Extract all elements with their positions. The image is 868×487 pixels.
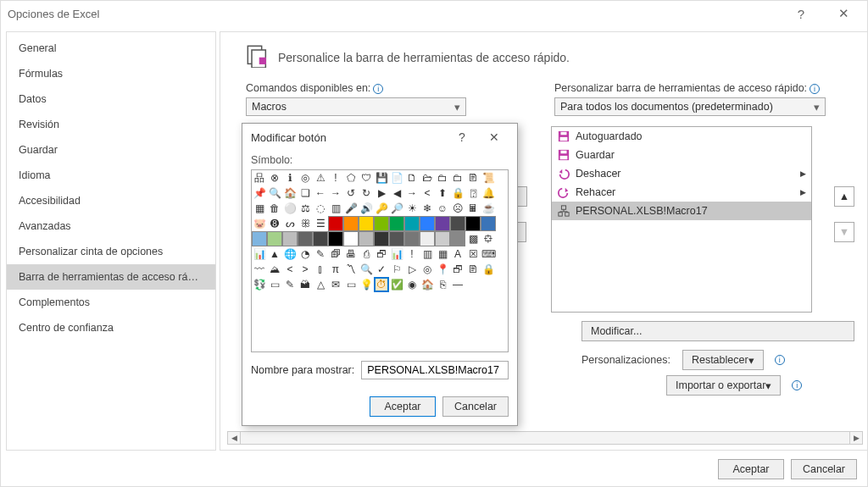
symbol-cell[interactable]: ⎘ (435, 277, 450, 292)
symbol-cell[interactable]: ᔕ (282, 216, 298, 231)
symbol-cell[interactable]: 🌐 (282, 246, 298, 262)
sidebar-item-data[interactable]: Datos (7, 86, 215, 112)
symbol-cell[interactable]: ▦ (252, 201, 267, 216)
symbol-cell[interactable]: ☕ (481, 201, 496, 216)
qat-item-autosave[interactable]: Autoguardado (552, 127, 811, 146)
symbol-cell[interactable]: 🔒 (450, 185, 465, 201)
symbol-cell[interactable]: ! (328, 170, 343, 185)
symbol-cell[interactable] (328, 231, 343, 246)
sidebar-item-save[interactable]: Guardar (7, 137, 215, 163)
symbol-cell[interactable]: ⏱ (374, 277, 389, 292)
symbol-cell[interactable]: < (420, 185, 435, 201)
symbol-cell[interactable]: ✎ (313, 246, 328, 262)
symbol-cell[interactable] (389, 231, 404, 246)
symbol-cell[interactable]: ☀ (404, 201, 420, 216)
info-icon[interactable]: i (775, 355, 785, 365)
symbol-cell[interactable] (420, 231, 435, 246)
symbol-cell[interactable]: ➑ (267, 216, 282, 231)
commands-dropdown[interactable]: Macros (246, 97, 466, 116)
symbol-cell[interactable]: 📊 (389, 246, 404, 262)
symbol-cell[interactable]: ☺ (435, 201, 450, 216)
symbol-cell[interactable]: 🗁 (420, 170, 435, 185)
symbol-cell[interactable]: ↻ (359, 185, 374, 201)
symbol-cell[interactable] (374, 216, 389, 231)
symbol-cell[interactable]: ⚐ (389, 262, 404, 277)
sidebar-item-accessibility[interactable]: Accesibilidad (7, 188, 215, 213)
symbol-cell[interactable]: ▶ (374, 185, 389, 201)
symbol-cell[interactable]: ꕥ (298, 216, 313, 231)
display-name-input[interactable] (361, 361, 509, 379)
symbol-cell[interactable] (328, 216, 343, 231)
sidebar-item-language[interactable]: Idioma (7, 163, 215, 188)
symbol-cell[interactable] (420, 216, 435, 231)
symbol-cell[interactable] (267, 231, 282, 246)
symbol-cell[interactable]: 〰 (252, 262, 267, 277)
symbol-cell[interactable]: 🖹 (465, 170, 481, 185)
symbol-cell[interactable]: ⌨ (481, 246, 496, 262)
symbol-cell[interactable]: ▩ (465, 231, 481, 246)
symbol-cell[interactable]: ☹ (450, 201, 465, 216)
symbol-cell[interactable]: ⬠ (343, 170, 359, 185)
symbol-cell[interactable] (435, 216, 450, 231)
symbol-cell[interactable]: 〽 (343, 262, 359, 277)
symbol-cell[interactable]: ! (404, 246, 420, 262)
modal-close-button[interactable]: ✕ (480, 125, 509, 149)
symbol-cell[interactable] (359, 216, 374, 231)
symbol-cell[interactable]: ℹ (282, 170, 298, 185)
symbol-cell[interactable]: ◉ (404, 277, 420, 292)
symbol-cell[interactable]: ❏ (298, 185, 313, 201)
symbol-cell[interactable]: 🗋 (404, 170, 420, 185)
symbol-cell[interactable]: ✅ (389, 277, 404, 292)
symbol-cell[interactable]: ⊗ (267, 170, 282, 185)
symbol-cell[interactable] (404, 231, 420, 246)
cancel-button[interactable]: Cancelar (791, 459, 857, 479)
symbol-cell[interactable]: ☒ (465, 246, 481, 262)
scroll-left-button[interactable]: ◀ (227, 431, 241, 445)
import-export-button[interactable]: Importar o exportar ▾ (666, 375, 781, 396)
symbol-cell[interactable]: ❄ (420, 201, 435, 216)
symbol-grid[interactable]: 品⊗ℹ◎⚠!⬠🛡💾📄🗋🗁🗀🗀🖹📜📌🔍🏠❏←→↺↻▶◀→<⬆🔒⍰🔔▦🗑⚪⚖◌▥🎤🔊… (251, 169, 509, 352)
symbol-cell[interactable]: < (282, 262, 298, 277)
symbol-cell[interactable]: ◌ (313, 201, 328, 216)
symbol-cell[interactable]: ◎ (420, 262, 435, 277)
symbol-cell[interactable]: 🗗 (450, 262, 465, 277)
symbol-cell[interactable]: 🗀 (450, 170, 465, 185)
symbol-cell[interactable]: 🔑 (374, 201, 389, 216)
symbol-cell[interactable]: 📄 (389, 170, 404, 185)
symbol-cell[interactable]: 🐷 (252, 216, 267, 231)
modal-cancel-button[interactable]: Cancelar (442, 396, 509, 417)
symbol-cell[interactable] (298, 231, 313, 246)
sidebar-item-customize-ribbon[interactable]: Personalizar cinta de opciones (7, 239, 215, 264)
symbol-cell[interactable] (389, 216, 404, 231)
symbol-cell[interactable]: ⬆ (435, 185, 450, 201)
move-down-button[interactable]: ▼ (834, 222, 854, 242)
symbol-cell[interactable]: ◀ (389, 185, 404, 201)
qat-item-macro[interactable]: PERSONAL.XLSB!Macro17 (552, 202, 811, 220)
info-icon[interactable]: i (810, 84, 820, 94)
symbol-cell[interactable]: 💱 (252, 277, 267, 292)
symbol-cell[interactable]: ◔ (298, 246, 313, 262)
modal-ok-button[interactable]: Aceptar (370, 396, 436, 417)
close-button[interactable]: ✕ (826, 3, 860, 25)
symbol-cell[interactable]: 🏔 (298, 277, 313, 292)
symbol-cell[interactable]: → (328, 185, 343, 201)
symbol-cell[interactable]: ⍰ (465, 185, 481, 201)
symbol-cell[interactable] (252, 231, 267, 246)
symbol-cell[interactable] (450, 216, 465, 231)
symbol-cell[interactable]: — (450, 277, 465, 292)
scroll-track[interactable] (241, 431, 849, 445)
symbol-cell[interactable]: ↺ (343, 185, 359, 201)
symbol-cell[interactable]: ⚠ (313, 170, 328, 185)
symbol-cell[interactable] (465, 216, 481, 231)
info-icon[interactable]: i (792, 380, 802, 390)
symbol-cell[interactable] (313, 231, 328, 246)
symbol-cell[interactable]: 🔒 (481, 262, 496, 277)
symbol-cell[interactable]: 🏠 (282, 185, 298, 201)
qat-item-undo[interactable]: Deshacer ▶ (552, 164, 811, 183)
symbol-cell[interactable]: ← (313, 185, 328, 201)
modify-button[interactable]: Modificar... (581, 321, 854, 341)
symbol-cell[interactable]: ▭ (343, 277, 359, 292)
symbol-cell[interactable] (481, 216, 496, 231)
symbol-cell[interactable] (404, 216, 420, 231)
symbol-cell[interactable]: ▥ (328, 201, 343, 216)
